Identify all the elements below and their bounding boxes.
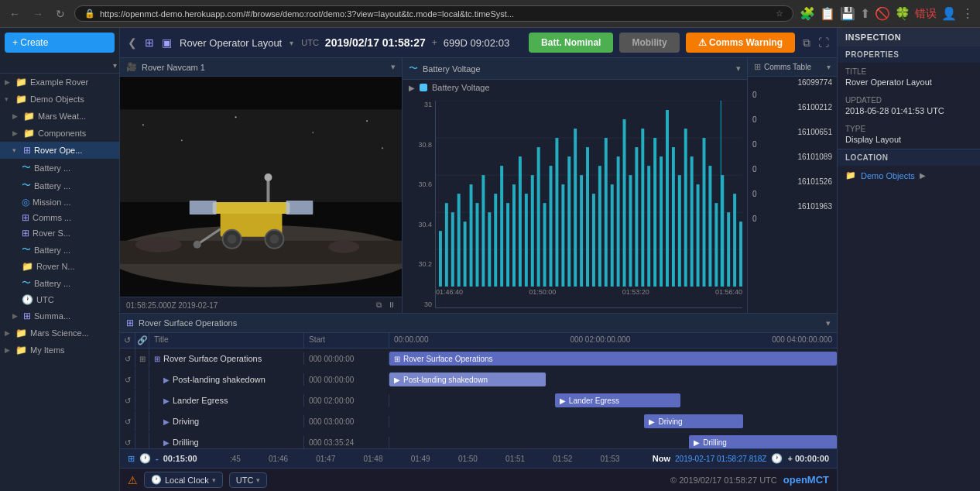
time-nav-bar: ⊞ 🕐 - 00:15:00 :45 01:46 01:47 01:48 01:…: [120, 448, 837, 468]
fullscreen-icon[interactable]: ⛶: [818, 36, 829, 49]
sidebar-item-summary[interactable]: ▶ ⊞ Summa...: [0, 307, 119, 324]
comms-dropdown-icon[interactable]: ▾: [827, 63, 831, 71]
local-clock-button[interactable]: 🕐 Local Clock ▾: [144, 472, 223, 488]
collapse-sidebar-button[interactable]: ❮: [128, 36, 137, 49]
folder-icon: 📁: [15, 94, 27, 105]
expand-view-button[interactable]: ⧉: [376, 300, 382, 310]
row-title: ▶ Lander Egress: [149, 394, 304, 407]
row-refresh-icon[interactable]: ↺: [125, 397, 131, 405]
create-button[interactable]: + Create: [5, 33, 115, 53]
search-input[interactable]: [6, 60, 113, 70]
folder-icon: 📁: [23, 111, 35, 122]
sidebar-item-label: Example Rover: [30, 77, 88, 87]
folder-icon: 📁: [15, 77, 27, 88]
sidebar-item-rover-n[interactable]: 📁 Rover N...: [0, 259, 119, 274]
back-button[interactable]: ←: [6, 6, 23, 22]
legend-toggle-icon[interactable]: ▶: [409, 84, 415, 92]
camera-controls: ⧉ ⏸: [376, 300, 396, 310]
openmct-logo: openMCT: [783, 474, 829, 486]
sidebar-item-example-rover[interactable]: ▶ 📁 Example Rover: [0, 74, 119, 91]
location-title: LOCATION: [838, 149, 980, 166]
grid-icon: ⊞: [23, 145, 31, 156]
utc-button[interactable]: UTC ▾: [229, 472, 268, 488]
sidebar-item-mission[interactable]: ◎ Mission ...: [0, 194, 119, 210]
nominal-status-button[interactable]: Batt. Nominal: [529, 33, 613, 53]
legend-color-swatch: [420, 84, 427, 91]
sidebar-item-battery-3[interactable]: 〜 Battery ...: [0, 241, 119, 259]
svg-rect-48: [561, 184, 564, 287]
row-refresh-icon[interactable]: ↺: [125, 376, 131, 384]
svg-rect-39: [506, 203, 509, 287]
upper-panels: 🎥 Rover Navcam 1 ▾: [120, 58, 837, 313]
camera-dropdown-icon[interactable]: ▾: [391, 62, 396, 72]
browser-chrome: ← → ↻ 🔒 https://openmct-demo.herokuapp.c…: [0, 0, 980, 28]
sidebar-item-utc[interactable]: 🕐 UTC: [0, 292, 119, 307]
svg-rect-73: [714, 203, 718, 287]
row-refresh-icon[interactable]: ↺: [125, 355, 131, 363]
row-refresh-icon[interactable]: ↺: [125, 438, 131, 447]
folder-icon: 📁: [23, 128, 35, 139]
time-header-3: 000 04:00:00.000: [772, 335, 832, 345]
timeline-row: ↺ ▶ Drilling 000 03:35:24 ▶ Drilling: [120, 432, 837, 448]
expand-icon[interactable]: ⧉: [803, 36, 810, 50]
link-icon[interactable]: 🔗: [137, 335, 148, 345]
row-controls: ↺: [120, 432, 135, 448]
time-nav-ticks: :45 01:46 01:47 01:48 01:49 01:50 01:51 …: [202, 455, 648, 463]
tick-1: :45: [230, 455, 241, 463]
sidebar-item-battery-4[interactable]: 〜 Battery ...: [0, 274, 119, 292]
sidebar-item-demo-objects[interactable]: ▾ 📁 Demo Objects: [0, 91, 119, 108]
svg-rect-40: [512, 184, 516, 287]
time-nav-icon[interactable]: ⊞: [128, 454, 135, 464]
y-mid1-label: 30.8: [418, 141, 432, 149]
sidebar-item-rover-operator[interactable]: ▾ ⊞ Rover Ope...: [0, 142, 119, 159]
status-buttons: Batt. Nominal Mobility ⚠ Comms Warning: [529, 33, 795, 53]
svg-rect-33: [470, 184, 473, 287]
row-refresh-icon[interactable]: ↺: [125, 417, 131, 426]
search-dropdown[interactable]: ▾: [113, 61, 117, 70]
row-title-label: Post-landing shakedown: [173, 375, 266, 384]
svg-rect-50: [574, 129, 577, 287]
chart-title: Battery Voltage: [423, 64, 732, 74]
row-controls: ↺: [120, 411, 135, 431]
expand-arrow-icon: ▾: [5, 95, 12, 103]
tick-9: 01:53: [601, 455, 620, 463]
type-field: TYPE Display Layout: [838, 120, 980, 149]
sidebar-item-label: Mars Weat...: [38, 112, 86, 121]
pause-button[interactable]: ⏸: [388, 300, 396, 310]
location-item[interactable]: 📁 Demo Objects ▶: [838, 166, 980, 185]
timeline-dropdown-icon[interactable]: ▾: [826, 318, 831, 328]
timeline-header-controls: ↺: [120, 333, 135, 348]
url-bar[interactable]: 🔒 https://openmct-demo.herokuapp.com/#/b…: [74, 5, 793, 22]
now-label: Now: [653, 454, 670, 463]
title-field-label: TITLE: [845, 67, 972, 76]
svg-rect-55: [605, 138, 608, 287]
sidebar-item-mars-science[interactable]: ▶ 📁 Mars Science...: [0, 324, 119, 342]
chart-icon: 〜: [409, 62, 418, 75]
refresh-icon[interactable]: ↺: [124, 335, 131, 345]
chart-dropdown-icon[interactable]: ▾: [736, 64, 741, 74]
sidebar-item-battery-1[interactable]: 〜 Battery ...: [0, 159, 119, 177]
refresh-button[interactable]: ↻: [53, 6, 68, 22]
time-nav-offset: 00:15:00: [163, 454, 197, 463]
svg-rect-35: [481, 175, 485, 287]
time-header-2: 000 02:00:00.000: [570, 335, 630, 345]
sidebar-item-comms[interactable]: ⊞ Comms ...: [0, 210, 119, 225]
svg-rect-6: [213, 202, 290, 214]
forward-button[interactable]: →: [29, 6, 46, 22]
warning-status-button[interactable]: ⚠ Comms Warning: [686, 33, 795, 53]
sidebar-item-battery-2[interactable]: 〜 Battery ...: [0, 177, 119, 194]
title-field: TITLE Rover Operator Layout: [838, 63, 980, 91]
svg-rect-52: [586, 147, 589, 287]
sidebar-item-rover-s[interactable]: ⊞ Rover S...: [0, 225, 119, 241]
title-dropdown-icon[interactable]: ▾: [290, 39, 293, 47]
camera-timestamp: 01:58:25.000Z 2019-02-17: [126, 301, 218, 310]
mobility-status-button[interactable]: Mobility: [619, 33, 679, 53]
sidebar-item-components[interactable]: ▶ 📁 Components: [0, 125, 119, 142]
star-icon[interactable]: ☆: [776, 9, 783, 19]
row-title-label: Drilling: [173, 438, 199, 447]
row-bar-area: ▶ Lander Egress: [389, 390, 837, 410]
sidebar-item-mars-weather[interactable]: ▶ 📁 Mars Weat...: [0, 108, 119, 125]
timeline-time-header: 00:00.000 000 02:00:00.000 000 04:00:00.…: [389, 333, 837, 348]
time-header-1: 00:00.000: [394, 335, 429, 345]
sidebar-item-my-items[interactable]: ▶ 📁 My Items: [0, 342, 119, 359]
